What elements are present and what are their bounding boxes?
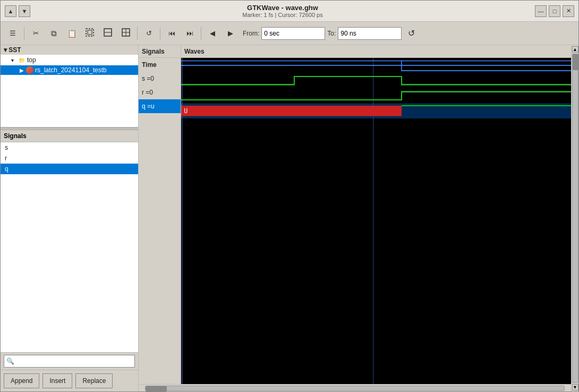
module-icon: [26, 66, 33, 74]
h-scrollbar[interactable]: [139, 384, 571, 391]
tree-item-top[interactable]: ▾ 📁 top: [1, 55, 138, 65]
sep2: [137, 27, 138, 40]
vscroll-track[interactable]: [572, 54, 578, 383]
sep1: [24, 27, 24, 40]
close-btn[interactable]: ✕: [563, 5, 574, 17]
first-btn[interactable]: ⏮: [164, 26, 180, 41]
copy-btn[interactable]: ⧉: [46, 26, 62, 41]
menu-btn[interactable]: ☰: [5, 26, 21, 41]
main-window: ▲ ▼ GTKWave - wave.ghw Marker: 1 fs | Cu…: [0, 0, 579, 392]
insert-button[interactable]: Insert: [42, 373, 72, 388]
main-area: ▾ SST ▾ 📁 top ▶: [1, 45, 578, 391]
paste-btn[interactable]: 📋: [64, 26, 80, 41]
vscroll-up-btn[interactable]: ▲: [572, 46, 578, 53]
tree-item-top-label: top: [27, 56, 36, 64]
append-button[interactable]: Append: [4, 373, 39, 388]
sst-tree[interactable]: ▾ 📁 top ▶ rs_latch_20241104_testb: [1, 55, 138, 127]
svg-text:U: U: [184, 107, 188, 115]
zoom-sel-icon: [121, 28, 131, 39]
right-panel: Signals Waves Time s =0 r =0: [139, 45, 571, 391]
waves-col-header: Waves: [181, 45, 571, 57]
select-all-icon: [85, 28, 95, 39]
svg-rect-1: [88, 30, 92, 35]
signal-row-q: q =u: [139, 99, 181, 113]
tree-item-rslatch[interactable]: ▶ rs_latch_20241104_testb: [1, 65, 138, 75]
undo-icon: ↺: [146, 29, 152, 37]
folder-icon: 📁: [18, 56, 26, 64]
waves-svg: U: [181, 58, 571, 384]
signal-r-label: r =0: [142, 89, 153, 96]
signal-list-item-q[interactable]: q: [1, 164, 138, 174]
svg-rect-0: [86, 29, 93, 36]
search-input[interactable]: [16, 357, 132, 365]
menu-icon: ☰: [10, 29, 16, 37]
arrow-rslatch: ▶: [20, 67, 26, 73]
toolbar: ☰ ✂ ⧉ 📋 ↺: [1, 22, 578, 45]
scroll-down-btn[interactable]: ▼: [19, 5, 30, 17]
signals-waves-body: Time s =0 r =0 q =u: [139, 58, 571, 384]
titlebar-controls: — □ ✕: [535, 5, 574, 17]
signals-list[interactable]: s r q: [1, 142, 138, 352]
arrow-top: ▾: [11, 57, 18, 63]
vscroll-thumb[interactable]: [573, 54, 579, 70]
prev-icon: ◀: [210, 29, 215, 37]
reload-btn[interactable]: ↺: [404, 26, 419, 41]
waves-area[interactable]: U: [181, 58, 571, 384]
sst-label: SST: [8, 46, 21, 54]
zoom-sel-btn[interactable]: [118, 26, 134, 41]
bottom-buttons: Append Insert Replace: [1, 370, 138, 391]
cut-btn[interactable]: ✂: [28, 26, 44, 41]
tree-item-rslatch-label: rs_latch_20241104_testb: [35, 66, 107, 74]
scroll-up-btn[interactable]: ▲: [5, 5, 16, 17]
signal-row-r: r =0: [139, 86, 181, 99]
from-input[interactable]: [261, 27, 325, 40]
reload-icon: ↺: [408, 28, 415, 38]
left-panel: ▾ SST ▾ 📁 top ▶: [1, 45, 139, 391]
signal-row-time: Time: [139, 58, 181, 72]
from-to-group: From: To:: [243, 27, 402, 40]
zoom-fit-btn[interactable]: [100, 26, 116, 41]
prev-btn[interactable]: ◀: [205, 26, 220, 41]
v-scrollbar[interactable]: ▲ ▼: [571, 45, 578, 391]
search-area: 🔍: [1, 353, 138, 370]
from-label: From:: [243, 30, 259, 37]
minimize-btn[interactable]: —: [535, 5, 547, 17]
scrollbar-thumb[interactable]: [146, 386, 167, 391]
sep4: [201, 27, 201, 40]
maximize-btn[interactable]: □: [549, 5, 560, 17]
signal-time-label: Time: [142, 61, 157, 69]
titlebar-center: GTKWave - wave.ghw Marker: 1 fs | Cursor…: [30, 4, 535, 18]
sst-section: ▾ SST ▾ 📁 top ▶: [1, 45, 138, 127]
next-btn[interactable]: ▶: [223, 26, 239, 41]
search-icon: 🔍: [6, 357, 14, 365]
titlebar-left: ▲ ▼: [5, 5, 30, 17]
first-icon: ⏮: [168, 29, 175, 37]
to-input[interactable]: [338, 27, 402, 40]
signal-list-item-s[interactable]: s: [1, 142, 138, 153]
signals-waves-header: Signals Waves: [139, 45, 571, 58]
search-input-wrap: 🔍: [4, 355, 135, 368]
next-icon: ▶: [228, 29, 233, 37]
titlebar: ▲ ▼ GTKWave - wave.ghw Marker: 1 fs | Cu…: [1, 1, 578, 22]
replace-button[interactable]: Replace: [75, 373, 113, 388]
signals-col-header: Signals: [139, 45, 181, 57]
copy-icon: ⧉: [51, 29, 57, 38]
signal-q-label: q =u: [142, 103, 155, 110]
select-all-btn[interactable]: [82, 26, 98, 41]
last-icon: ⏭: [186, 29, 193, 37]
sst-collapse-arrow[interactable]: ▾: [4, 46, 7, 54]
to-label: To:: [327, 30, 336, 37]
cut-icon: ✂: [33, 29, 39, 37]
paste-icon: 📋: [67, 29, 76, 38]
zoom-fit-icon: [103, 28, 113, 39]
signals-list-section: Signals s r q: [1, 130, 138, 353]
scrollbar-track[interactable]: [145, 386, 565, 391]
svg-rect-11: [181, 106, 402, 116]
sep3: [160, 27, 160, 40]
last-btn[interactable]: ⏭: [182, 26, 198, 41]
undo-btn[interactable]: ↺: [141, 26, 157, 41]
vscroll-down-btn[interactable]: ▼: [572, 384, 578, 390]
sst-header: ▾ SST: [1, 45, 138, 55]
signal-s-label: s =0: [142, 75, 154, 82]
signal-list-item-r[interactable]: r: [1, 153, 138, 164]
